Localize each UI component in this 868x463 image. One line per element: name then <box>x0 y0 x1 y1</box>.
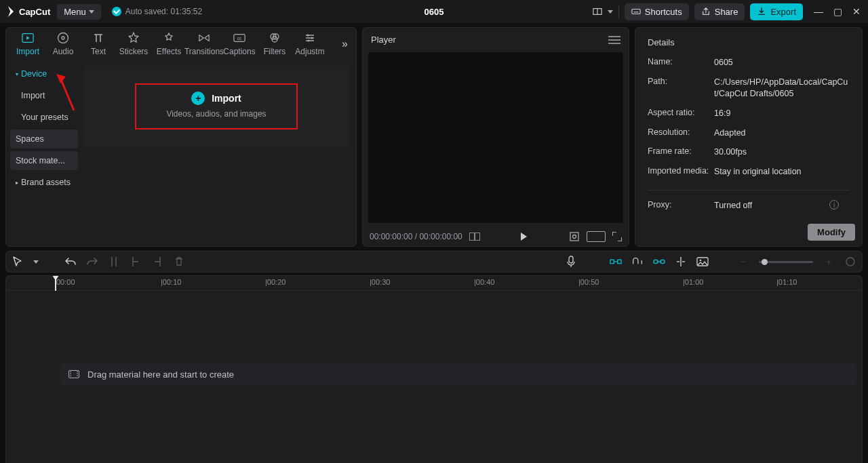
undo-button[interactable] <box>64 256 77 268</box>
chevron-down-icon[interactable] <box>33 260 39 264</box>
tab-captions[interactable]: cc Captions <box>222 32 257 56</box>
tab-effects[interactable]: Effects <box>151 32 186 56</box>
window-close-button[interactable]: ✕ <box>850 5 863 18</box>
detail-key: Imported media: <box>648 166 714 178</box>
sidebar-item-device[interactable]: ▾Device <box>10 64 78 83</box>
zoom-slider[interactable] <box>759 261 813 263</box>
magnet-main-toggle[interactable] <box>610 256 622 268</box>
svg-text:cc: cc <box>237 36 241 41</box>
play-button[interactable] <box>521 233 527 241</box>
cover-frame-button[interactable] <box>696 256 709 268</box>
detail-row-proxy: Proxy:Turned offi <box>648 200 850 212</box>
zoom-fit-button[interactable] <box>844 256 856 268</box>
caret-right-icon: ▸ <box>16 180 18 186</box>
app-name: CapCut <box>19 7 50 17</box>
sidebar-item-brand[interactable]: ▸Brand assets <box>10 173 78 192</box>
ruler-tick: 00:00 <box>56 278 75 286</box>
link-toggle[interactable] <box>653 256 665 268</box>
sidebar-item-label: Device <box>21 69 47 79</box>
sidebar-item-spaces[interactable]: Spaces <box>10 129 78 148</box>
selection-tool[interactable] <box>12 256 24 268</box>
record-voiceover-button[interactable] <box>565 256 577 268</box>
timeline-ruler[interactable]: 00:00 |00:10 |00:20 |00:30 |00:40 |00:50… <box>6 276 862 291</box>
sidebar-item-stock[interactable]: Stock mate... <box>10 151 78 170</box>
preview-axis-toggle[interactable] <box>675 256 687 268</box>
sidebar-item-label: Stock mate... <box>16 156 65 165</box>
zoom-in-button[interactable]: + <box>823 256 835 268</box>
tab-stickers[interactable]: Stickers <box>116 32 151 56</box>
details-title: Details <box>648 37 850 47</box>
shortcuts-button[interactable]: Shortcuts <box>625 3 689 20</box>
text-icon <box>92 32 104 44</box>
fullscreen-icon[interactable] <box>612 232 622 241</box>
detail-row-resolution: Resolution:Adapted <box>648 127 850 139</box>
svg-rect-23 <box>618 260 621 263</box>
import-drop-area[interactable]: + Import Videos, audios, and images <box>83 66 349 147</box>
detail-value: C:/Users/HP/AppData/Local/CapCut/CapCut … <box>714 77 850 100</box>
detail-key: Proxy: <box>648 200 714 212</box>
window-minimize-button[interactable]: — <box>812 5 825 18</box>
export-button[interactable]: Export <box>750 3 803 20</box>
plus-circle-icon: + <box>191 92 205 105</box>
detail-row-path: Path:C:/Users/HP/AppData/Local/CapCut/Ca… <box>648 77 850 100</box>
detail-value: 30.00fps <box>714 146 850 158</box>
details-panel: Details Name:0605 Path:C:/Users/HP/AppDa… <box>635 27 863 247</box>
ruler-tick: |00:20 <box>265 278 285 286</box>
audio-icon <box>57 32 69 44</box>
ruler-tick: |00:30 <box>370 278 390 286</box>
chevron-down-icon[interactable] <box>608 10 613 14</box>
stickers-icon <box>127 32 140 44</box>
tabs-overflow-button[interactable]: » <box>342 38 352 50</box>
share-label: Share <box>715 7 738 17</box>
share-button[interactable]: Share <box>694 3 745 20</box>
svg-point-14 <box>308 40 310 42</box>
sidebar-item-import[interactable]: Import <box>10 86 78 105</box>
tab-adjustment[interactable]: Adjustm <box>292 32 328 56</box>
tab-filters[interactable]: Filters <box>257 32 292 56</box>
detail-key: Aspect ratio: <box>648 108 714 119</box>
player-menu-icon[interactable] <box>608 36 620 44</box>
film-icon <box>68 370 79 378</box>
caret-down-icon: ▾ <box>16 71 18 77</box>
timeline-toolbar: − + <box>5 251 863 273</box>
sidebar-item-presets[interactable]: Your presets <box>10 108 78 127</box>
player-compare-icon[interactable] <box>469 233 480 241</box>
tab-label: Adjustm <box>295 47 324 56</box>
svg-point-20 <box>573 235 576 239</box>
layout-presets-icon[interactable] <box>593 7 602 16</box>
export-label: Export <box>770 7 796 17</box>
effects-icon <box>163 32 175 44</box>
player-scale-icon[interactable] <box>569 231 580 242</box>
timeline-drop-track[interactable]: Drag material here and start to create <box>60 363 856 386</box>
zoom-out-button[interactable]: − <box>737 256 749 268</box>
ruler-tick: |00:50 <box>578 278 599 286</box>
split-tool[interactable] <box>108 256 120 268</box>
modify-button[interactable]: Modify <box>808 224 855 241</box>
import-title: Import <box>212 93 241 104</box>
player-panel: Player 00:00:00:00 / 00:00:00:00 <box>362 27 629 247</box>
tab-text[interactable]: Text <box>81 32 116 56</box>
svg-point-6 <box>62 37 64 39</box>
magnet-snap-toggle[interactable] <box>631 256 644 268</box>
zoom-slider-handle[interactable] <box>762 259 768 265</box>
export-icon <box>757 7 766 16</box>
player-ratio-button[interactable] <box>587 231 606 242</box>
tab-transitions[interactable]: Transitions <box>186 32 222 56</box>
trim-left-tool[interactable] <box>130 256 142 268</box>
transitions-icon <box>198 32 210 44</box>
tab-label: Effects <box>157 47 181 56</box>
trim-right-tool[interactable] <box>151 256 163 268</box>
adjustment-icon <box>304 32 316 44</box>
tab-label: Captions <box>223 47 255 56</box>
delete-tool[interactable] <box>173 256 185 268</box>
detail-value: 16:9 <box>714 108 850 119</box>
svg-point-12 <box>307 35 309 37</box>
window-maximize-button[interactable]: ▢ <box>831 5 844 18</box>
menu-button[interactable]: Menu <box>57 4 101 20</box>
tab-import[interactable]: Import <box>10 32 45 56</box>
sidebar-item-label: Brand assets <box>21 178 71 187</box>
redo-button[interactable] <box>86 256 98 268</box>
autosaved-label: Auto saved: 01:35:52 <box>125 7 202 16</box>
tab-audio[interactable]: Audio <box>45 32 81 56</box>
tab-label: Stickers <box>119 47 149 56</box>
